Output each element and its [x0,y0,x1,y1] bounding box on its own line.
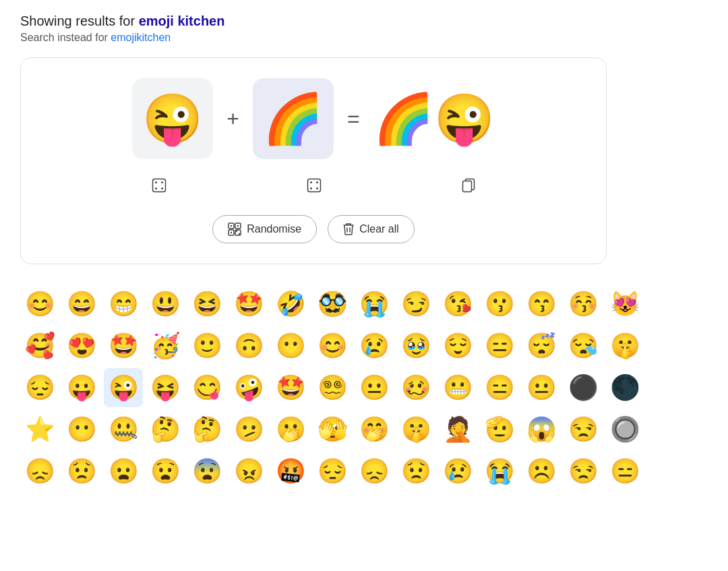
alt-search-link[interactable]: emojikitchen [111,32,171,43]
clear-all-label: Clear all [359,223,399,235]
emoji-cell[interactable]: 🤦 [438,410,477,449]
emoji-cell[interactable]: 🥸 [313,284,352,324]
randomise-label: Randomise [247,223,301,235]
emoji-slot-2[interactable]: 🌈 [253,78,334,159]
emoji-cell[interactable]: 😐 [355,368,394,407]
emoji-cell[interactable]: 😑 [480,368,519,407]
emoji-cell[interactable]: 😔 [20,368,59,407]
svg-point-19 [236,231,237,232]
emoji-cell[interactable]: 🤐 [104,410,143,449]
emoji-cell[interactable]: 🤭 [355,410,394,449]
emoji-cell[interactable]: 😻 [605,284,644,324]
emoji-cell[interactable]: 😒 [564,410,603,449]
emoji-cell[interactable]: 😭 [355,284,394,324]
emoji-cell[interactable]: 😑 [605,452,644,491]
emoji-cell[interactable]: 😢 [438,452,477,491]
emoji-cell[interactable]: 🥴 [396,368,435,407]
emoji-cell[interactable]: 😁 [104,284,143,324]
emoji-row-2: 🥰 😍 🤩 🥳 🙂 🙃 😶 😊 😢 🥹 😌 😑 😴 😪 🤫 [20,326,701,365]
emoji-cell[interactable]: 😊 [313,326,352,365]
emoji-cell[interactable]: 🤔 [187,410,226,449]
emoji-cell[interactable]: 😟 [62,452,101,491]
emoji-cell[interactable]: ☹️ [522,452,561,491]
emoji-cell[interactable]: 😛 [62,368,101,407]
emoji-cell[interactable]: 🤔 [146,410,185,449]
search-header: Showing results for emoji kitchen Search… [20,13,708,44]
emoji-cell[interactable]: 😏 [396,284,435,324]
emoji-cell-selected[interactable]: 😜 [104,368,143,407]
emoji-cell[interactable]: 🫡 [480,410,519,449]
emoji-cell[interactable]: 😗 [480,284,519,324]
svg-point-8 [310,187,312,189]
clear-all-button[interactable]: Clear all [328,215,415,243]
emoji-cell[interactable]: 😪 [564,326,603,365]
slot1-options-button[interactable] [149,175,169,199]
emoji-cell[interactable]: 🤩 [229,284,268,324]
emoji-cell[interactable]: 🙂 [187,326,226,365]
emoji-cell[interactable]: 🫣 [313,410,352,449]
emoji-cell[interactable]: 😐 [522,368,561,407]
dice-icon-1 [152,178,166,193]
emoji-cell[interactable]: 🤬 [271,452,310,491]
emoji-cell[interactable]: 🤫 [605,326,644,365]
emoji-cell[interactable]: 😭 [480,452,519,491]
emoji-cell[interactable]: 😔 [313,452,352,491]
emoji-cell[interactable]: 😬 [438,368,477,407]
emoji-cell[interactable]: 😆 [187,284,226,324]
emoji-cell[interactable]: 😨 [187,452,226,491]
emoji-cell[interactable]: 🤩 [271,368,310,407]
svg-rect-0 [153,179,166,192]
emoji-cell[interactable]: 😶 [271,326,310,365]
emoji-cell[interactable]: 🙃 [229,326,268,365]
emoji-cell[interactable]: 🥰 [20,326,59,365]
svg-point-1 [155,181,157,183]
emoji-cell[interactable]: 🥹 [396,326,435,365]
alt-link-container: Search instead for emojikitchen [20,32,708,44]
emoji-cell[interactable]: 😞 [20,452,59,491]
svg-rect-11 [463,181,472,192]
emoji-cell[interactable]: 😙 [522,284,561,324]
randomise-button[interactable]: Randomise [212,215,317,243]
emoji-cell[interactable]: 😞 [355,452,394,491]
slot2-options-button[interactable] [304,175,324,199]
emoji-cell[interactable]: 🌑 [605,368,644,407]
emoji-cell[interactable]: 🤪 [229,368,268,407]
emoji-cell[interactable]: 😄 [62,284,101,324]
emoji-cell[interactable]: ⚫ [564,368,603,407]
emoji-cell[interactable]: 😃 [146,284,185,324]
emoji-cell[interactable]: 🫤 [229,410,268,449]
equals-operator: = [347,107,360,131]
emoji-cell[interactable]: 🥳 [146,326,185,365]
emoji-cell[interactable]: 😒 [564,452,603,491]
emoji-cell[interactable]: 😟 [396,452,435,491]
emoji-cell[interactable]: 🤩 [104,326,143,365]
emoji-cell[interactable]: 😢 [355,326,394,365]
emoji-cell[interactable]: 😵‍💫 [313,368,352,407]
emoji-cell[interactable]: 😦 [104,452,143,491]
copy-icon [462,178,475,193]
emoji-row-4: ⭐ 😶 🤐 🤔 🤔 🫤 🫢 🫣 🤭 🤫 🤦 🫡 😱 😒 🔘 [20,410,701,449]
emoji-cell[interactable]: 🔘 [605,410,644,449]
actions-row: Randomise Clear all [48,215,579,243]
emoji-slot-1[interactable]: 😜 [132,78,213,159]
plus-operator: + [226,107,239,131]
emoji-cell[interactable]: 😴 [522,326,561,365]
emoji-cell[interactable]: 😝 [146,368,185,407]
emoji-cell[interactable]: 🫢 [271,410,310,449]
emoji-cell[interactable]: 😊 [20,284,59,324]
emoji-cell[interactable]: 😚 [564,284,603,324]
emoji-cell[interactable]: 😌 [438,326,477,365]
icon-row [48,175,579,199]
emoji-cell[interactable]: ⭐ [20,410,59,449]
emoji-cell[interactable]: 😠 [229,452,268,491]
emoji-cell[interactable]: 😱 [522,410,561,449]
emoji-cell[interactable]: 😍 [62,326,101,365]
emoji-cell[interactable]: 😘 [438,284,477,324]
emoji-cell[interactable]: 😑 [480,326,519,365]
emoji-cell[interactable]: 😶 [62,410,101,449]
result-copy-button[interactable] [459,175,478,199]
emoji-cell[interactable]: 🤫 [396,410,435,449]
emoji-cell[interactable]: 🤣 [271,284,310,324]
emoji-cell[interactable]: 😧 [146,452,185,491]
emoji-cell[interactable]: 😋 [187,368,226,407]
